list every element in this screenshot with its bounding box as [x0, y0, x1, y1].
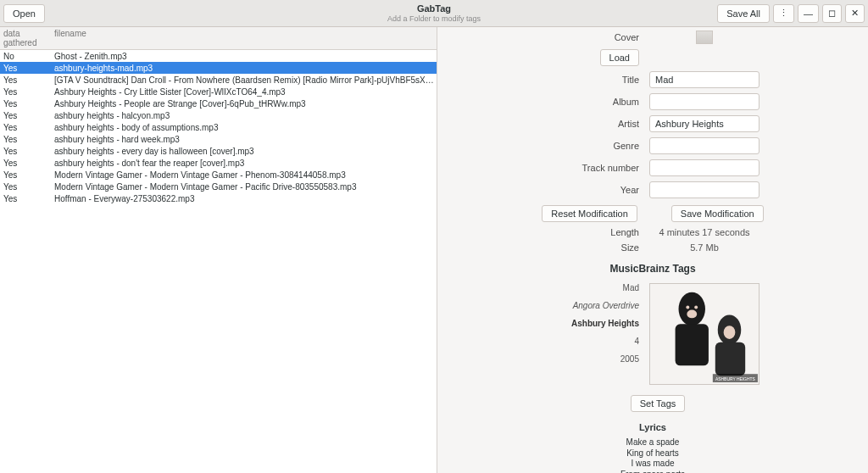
- cell-data-gathered: Yes: [0, 147, 51, 156]
- size-value: 5.7 Mb: [649, 242, 760, 253]
- tag-form: Cover Load Title Album Artist: [454, 31, 851, 473]
- cell-filename: Modern Vintage Gamer - Modern Vintage Ga…: [51, 170, 437, 180]
- cell-data-gathered: Yes: [0, 159, 51, 168]
- cell-data-gathered: Yes: [0, 111, 51, 120]
- cell-filename: ashbury-heights-mad.mp3: [51, 64, 437, 73]
- minimize-button[interactable]: —: [798, 4, 819, 23]
- track-input[interactable]: [649, 159, 760, 176]
- lyrics-body: Make a spade King of hearts I was made F…: [620, 437, 685, 473]
- close-icon: ✕: [851, 8, 859, 19]
- album-art-icon: ASHBURY HEIGHTS: [650, 284, 759, 384]
- save-modification-button[interactable]: Save Modification: [671, 205, 764, 222]
- column-header-filename[interactable]: filename: [51, 29, 437, 47]
- svg-point-5: [686, 306, 689, 309]
- svg-text:ASHBURY HEIGHTS: ASHBURY HEIGHTS: [715, 377, 755, 381]
- table-row[interactable]: YesModern Vintage Gamer - Modern Vintage…: [0, 169, 437, 181]
- file-list-rows[interactable]: NoGhost - Zenith.mp3Yesashbury-heights-m…: [0, 50, 437, 473]
- app-title: GabTag: [387, 3, 481, 14]
- mb-artist: Ashbury Heights: [546, 319, 639, 328]
- cell-filename: [GTA V Soundtrack] Dan Croll - From Nowh…: [51, 75, 437, 85]
- table-row[interactable]: Yesashbury heights - halcyon.mp3: [0, 109, 437, 121]
- svg-point-8: [724, 326, 736, 339]
- cover-placeholder-icon: [696, 31, 713, 44]
- cell-filename: Ghost - Zenith.mp3: [51, 52, 437, 61]
- artist-input[interactable]: [649, 115, 760, 132]
- file-list-header: data gathered filename: [0, 27, 437, 50]
- length-value: 4 minutes 17 seconds: [649, 227, 760, 237]
- cover-label: Cover: [546, 32, 639, 42]
- maximize-icon: ◻: [828, 8, 836, 19]
- cell-filename: ashbury heights - don't fear the reaper …: [51, 159, 437, 168]
- cell-data-gathered: Yes: [0, 64, 51, 73]
- details-pane: Cover Load Title Album Artist: [437, 27, 868, 473]
- mb-year: 2005: [546, 354, 639, 364]
- minimize-icon: —: [804, 8, 813, 19]
- track-label: Track number: [546, 163, 639, 173]
- column-header-data[interactable]: data gathered: [0, 29, 51, 47]
- artist-label: Artist: [546, 119, 639, 129]
- kebab-icon: ⋮: [779, 8, 788, 19]
- app-subtitle: Add a Folder to modify tags: [387, 14, 481, 23]
- musicbrainz-cover: ASHBURY HEIGHTS: [649, 283, 760, 385]
- table-row[interactable]: Yesashbury heights - every day is hallow…: [0, 145, 437, 157]
- cell-data-gathered: Yes: [0, 75, 51, 85]
- titlebar-title-block: GabTag Add a Folder to modify tags: [387, 3, 481, 23]
- svg-rect-2: [676, 324, 709, 365]
- table-row[interactable]: YesAshbury Heights - Cry Little Sister […: [0, 86, 437, 97]
- menu-button[interactable]: ⋮: [773, 4, 794, 23]
- mb-album: Angora Overdrive: [546, 301, 639, 310]
- mb-title: Mad: [546, 283, 639, 292]
- lyrics-heading: Lyrics: [639, 422, 666, 432]
- cell-filename: Ashbury Heights - Cry Little Sister [Cov…: [51, 87, 437, 97]
- cell-filename: Modern Vintage Gamer - Modern Vintage Ga…: [51, 182, 437, 192]
- svg-point-6: [694, 306, 698, 309]
- table-row[interactable]: Yesashbury-heights-mad.mp3: [0, 62, 437, 74]
- genre-label: Genre: [546, 141, 639, 151]
- svg-rect-4: [715, 342, 745, 376]
- table-row[interactable]: Yesashbury heights - hard week.mp3: [0, 133, 437, 145]
- svg-point-1: [679, 292, 705, 326]
- musicbrainz-meta: Mad Angora Overdrive Ashbury Heights 4 2…: [546, 283, 639, 364]
- year-label: Year: [546, 185, 639, 195]
- table-row[interactable]: YesHoffman - Everyway-275303622.mp3: [0, 192, 437, 204]
- cell-data-gathered: Yes: [0, 123, 51, 132]
- table-row[interactable]: YesAshbury Heights - People are Strange …: [0, 97, 437, 109]
- cell-filename: ashbury heights - every day is halloween…: [51, 147, 437, 156]
- svg-point-7: [687, 309, 697, 318]
- close-button[interactable]: ✕: [845, 4, 865, 23]
- length-label: Length: [546, 227, 639, 237]
- cell-data-gathered: Yes: [0, 99, 51, 109]
- musicbrainz-heading: MusicBrainz Tags: [609, 263, 695, 275]
- cell-filename: Ashbury Heights - People are Strange [Co…: [51, 99, 437, 109]
- cell-data-gathered: Yes: [0, 87, 51, 97]
- cell-filename: Hoffman - Everyway-275303622.mp3: [51, 194, 437, 203]
- content: data gathered filename NoGhost - Zenith.…: [0, 27, 868, 473]
- cell-data-gathered: Yes: [0, 170, 51, 180]
- title-input[interactable]: [649, 71, 760, 88]
- maximize-button[interactable]: ◻: [822, 4, 842, 23]
- reset-modification-button[interactable]: Reset Modification: [542, 205, 637, 222]
- save-all-button[interactable]: Save All: [717, 4, 770, 23]
- mb-track: 4: [546, 337, 639, 346]
- size-label: Size: [546, 242, 639, 253]
- load-cover-button[interactable]: Load: [600, 49, 639, 66]
- title-label: Title: [546, 75, 639, 85]
- table-row[interactable]: Yes[GTA V Soundtrack] Dan Croll - From N…: [0, 74, 437, 86]
- cell-filename: ashbury heights - hard week.mp3: [51, 135, 437, 144]
- cell-data-gathered: Yes: [0, 135, 51, 144]
- genre-input[interactable]: [649, 137, 760, 154]
- table-row[interactable]: Yesashbury heights - body of assumptions…: [0, 121, 437, 133]
- open-button[interactable]: Open: [3, 4, 45, 23]
- album-input[interactable]: [649, 93, 760, 110]
- set-tags-button[interactable]: Set Tags: [631, 395, 686, 412]
- year-input[interactable]: [649, 181, 760, 198]
- cell-data-gathered: Yes: [0, 194, 51, 203]
- table-row[interactable]: YesModern Vintage Gamer - Modern Vintage…: [0, 181, 437, 192]
- table-row[interactable]: NoGhost - Zenith.mp3: [0, 50, 437, 62]
- cell-filename: ashbury heights - body of assumptions.mp…: [51, 123, 437, 132]
- cell-data-gathered: No: [0, 52, 51, 61]
- titlebar: Open GabTag Add a Folder to modify tags …: [0, 0, 868, 27]
- file-list-pane: data gathered filename NoGhost - Zenith.…: [0, 27, 437, 473]
- table-row[interactable]: Yesashbury heights - don't fear the reap…: [0, 157, 437, 169]
- album-label: Album: [546, 97, 639, 107]
